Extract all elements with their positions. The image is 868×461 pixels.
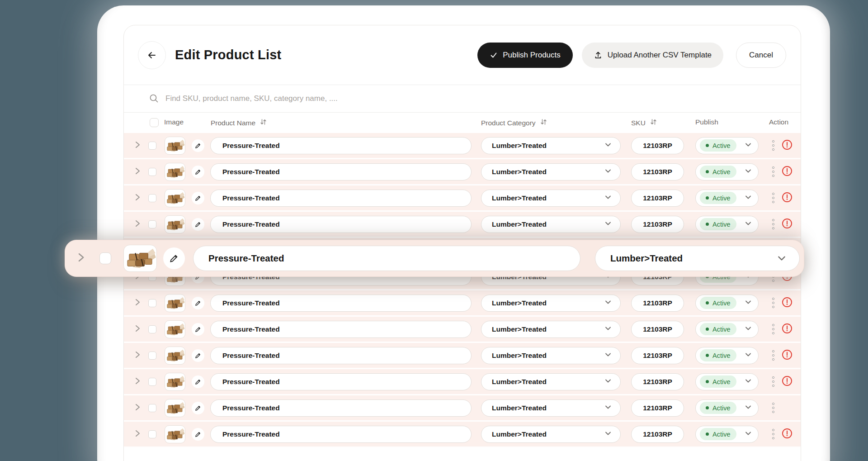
alert-icon[interactable] <box>782 323 793 334</box>
row-expand-button[interactable] <box>76 252 86 265</box>
edit-product-button[interactable] <box>192 402 204 414</box>
publish-status-dropdown[interactable]: Active <box>695 137 759 154</box>
row-checkbox[interactable] <box>148 325 156 333</box>
edit-product-button[interactable] <box>192 323 204 336</box>
sku-field[interactable]: 12103RP <box>631 373 684 390</box>
row-expand-button[interactable] <box>134 193 141 204</box>
row-checkbox[interactable] <box>148 299 156 307</box>
row-alert-button[interactable] <box>782 139 793 152</box>
row-expand-button[interactable] <box>134 429 141 440</box>
row-checkbox[interactable] <box>148 194 156 202</box>
product-name-input[interactable] <box>193 246 580 271</box>
sku-field[interactable]: 12103RP <box>631 137 684 154</box>
publish-status-dropdown[interactable]: Active <box>695 295 759 312</box>
publish-status-dropdown[interactable]: Active <box>695 347 759 364</box>
row-checkbox[interactable] <box>148 352 156 360</box>
row-expand-button[interactable] <box>134 298 141 309</box>
row-menu-button[interactable] <box>768 322 778 337</box>
row-expand-button[interactable] <box>134 166 141 177</box>
edit-product-button[interactable] <box>192 428 204 441</box>
publish-products-button[interactable]: Publish Products <box>477 43 573 68</box>
sku-field[interactable]: 12103RP <box>631 347 684 364</box>
dragged-row[interactable]: Lumber>Treated <box>65 240 804 277</box>
category-dropdown[interactable]: Lumber>Treated <box>481 190 621 207</box>
sku-field[interactable]: 12103RP <box>631 163 684 181</box>
product-name-input[interactable] <box>210 190 472 207</box>
edit-product-button[interactable] <box>163 247 185 269</box>
alert-icon[interactable] <box>782 297 793 308</box>
row-alert-button[interactable] <box>782 428 793 441</box>
product-name-input[interactable] <box>210 321 472 338</box>
alert-icon[interactable] <box>782 349 793 360</box>
row-alert-button[interactable] <box>782 349 793 362</box>
category-dropdown[interactable]: Lumber>Treated <box>481 295 621 312</box>
edit-product-button[interactable] <box>192 218 204 231</box>
edit-product-button[interactable] <box>192 192 204 204</box>
row-checkbox[interactable] <box>148 404 156 412</box>
category-dropdown[interactable]: Lumber>Treated <box>481 399 621 417</box>
edit-product-button[interactable] <box>192 375 204 388</box>
alert-icon[interactable] <box>782 375 793 386</box>
alert-icon[interactable] <box>782 428 793 439</box>
edit-product-button[interactable] <box>192 139 204 152</box>
category-dropdown[interactable]: Lumber>Treated <box>481 347 621 364</box>
publish-status-dropdown[interactable]: Active <box>695 426 759 443</box>
row-checkbox[interactable] <box>148 430 156 438</box>
row-expand-button[interactable] <box>134 324 141 335</box>
row-expand-button[interactable] <box>134 376 141 387</box>
row-expand-button[interactable] <box>134 219 141 230</box>
row-alert-button[interactable] <box>782 166 793 178</box>
upload-csv-button[interactable]: Upload Another CSV Template <box>582 43 723 68</box>
sort-icon[interactable] <box>540 118 547 126</box>
row-expand-button[interactable] <box>134 403 141 413</box>
product-name-input[interactable] <box>210 426 472 443</box>
sku-field[interactable]: 12103RP <box>631 190 684 207</box>
publish-status-dropdown[interactable]: Active <box>695 321 759 338</box>
select-all-checkbox[interactable] <box>150 118 159 127</box>
alert-icon[interactable] <box>782 218 793 229</box>
edit-product-button[interactable] <box>192 166 204 178</box>
sku-field[interactable]: 12103RP <box>631 295 684 312</box>
row-menu-button[interactable] <box>768 400 778 416</box>
row-expand-button[interactable] <box>134 140 141 151</box>
product-name-input[interactable] <box>210 347 472 364</box>
category-dropdown[interactable]: Lumber>Treated <box>481 137 621 154</box>
product-name-input[interactable] <box>210 295 472 312</box>
row-alert-button[interactable] <box>782 297 793 309</box>
row-menu-button[interactable] <box>768 217 778 232</box>
category-dropdown[interactable]: Lumber>Treated <box>481 373 621 390</box>
category-dropdown[interactable]: Lumber>Treated <box>481 426 621 443</box>
row-menu-button[interactable] <box>768 164 778 180</box>
row-menu-button[interactable] <box>768 295 778 311</box>
row-menu-button[interactable] <box>768 374 778 390</box>
edit-product-button[interactable] <box>192 349 204 362</box>
back-button[interactable] <box>138 41 166 69</box>
row-menu-button[interactable] <box>768 190 778 206</box>
product-name-input[interactable] <box>210 163 472 181</box>
product-name-input[interactable] <box>210 399 472 417</box>
alert-icon[interactable] <box>782 192 793 203</box>
row-alert-button[interactable] <box>782 218 793 231</box>
row-checkbox[interactable] <box>148 220 156 228</box>
category-dropdown[interactable]: Lumber>Treated <box>481 163 621 181</box>
row-menu-button[interactable] <box>768 138 778 153</box>
sku-field[interactable]: 12103RP <box>631 321 684 338</box>
row-checkbox[interactable] <box>148 142 156 150</box>
row-menu-button[interactable] <box>768 348 778 363</box>
product-name-input[interactable] <box>210 137 472 154</box>
row-checkbox[interactable] <box>148 378 156 386</box>
row-expand-button[interactable] <box>134 350 141 361</box>
publish-status-dropdown[interactable]: Active <box>695 216 759 233</box>
sku-field[interactable]: 12103RP <box>631 216 684 233</box>
row-alert-button[interactable] <box>782 323 793 336</box>
row-menu-button[interactable] <box>768 427 778 442</box>
search-input[interactable] <box>165 85 753 112</box>
row-alert-button[interactable] <box>782 192 793 204</box>
publish-status-dropdown[interactable]: Active <box>695 399 759 417</box>
row-alert-button[interactable] <box>782 375 793 388</box>
sku-field[interactable]: 12103RP <box>631 426 684 443</box>
sort-icon[interactable] <box>650 118 657 126</box>
product-name-input[interactable] <box>210 373 472 390</box>
cancel-button[interactable]: Cancel <box>736 43 786 68</box>
edit-product-button[interactable] <box>192 297 204 309</box>
